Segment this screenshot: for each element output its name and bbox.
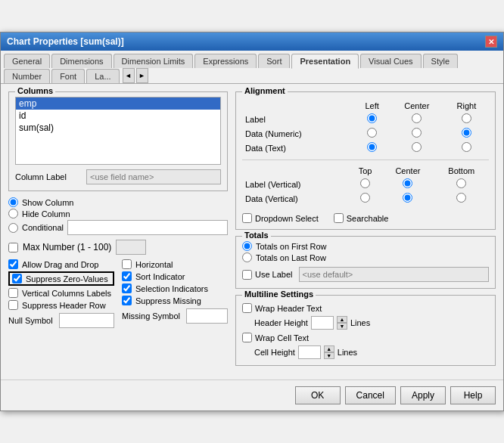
header-height-up[interactable]: ▲ xyxy=(337,316,347,323)
tab-sort[interactable]: Sort xyxy=(258,54,290,68)
use-label-checkbox[interactable] xyxy=(242,270,252,280)
header-height-input[interactable]: 2 xyxy=(311,316,334,330)
dropdown-select-label: Dropdown Select xyxy=(255,214,319,223)
header-height-spinner: ▲ ▼ xyxy=(337,316,347,330)
align-col-left: Left xyxy=(355,100,390,112)
conditional-label: Conditional xyxy=(22,223,64,232)
close-button[interactable]: ✕ xyxy=(485,36,497,48)
hide-column-label: Hide Column xyxy=(22,209,70,218)
show-column-row: Show Column xyxy=(8,197,228,207)
list-item-id[interactable]: id xyxy=(16,110,220,122)
left-panel: Columns emp id sum(sal) Column Label Sho… xyxy=(8,91,228,372)
null-symbol-row: Null Symbol - xyxy=(8,313,114,328)
missing-symbol-row: Missing Symbol - xyxy=(122,308,228,324)
align-data-text-center[interactable] xyxy=(390,141,444,155)
align-data-text-right[interactable] xyxy=(444,141,489,155)
hide-column-row: Hide Column xyxy=(8,209,228,218)
searchable-checkbox[interactable] xyxy=(334,213,344,223)
dropdown-select-checkbox[interactable] xyxy=(242,213,252,223)
tab-number[interactable]: Number xyxy=(4,69,50,83)
horizontal-row: Horizontal xyxy=(122,259,228,269)
align-vert-data-top[interactable] xyxy=(349,191,381,206)
hide-column-radio[interactable] xyxy=(8,209,18,218)
tab-scroll-left[interactable]: ◄ xyxy=(123,68,135,83)
ok-button[interactable]: OK xyxy=(295,386,341,404)
wrap-cell-checkbox[interactable] xyxy=(242,333,252,342)
left-options: Allow Drag and Drop Suppress Zero-Values… xyxy=(8,259,114,328)
selection-indicators-checkbox[interactable] xyxy=(122,283,132,293)
wrap-header-checkbox[interactable] xyxy=(242,303,252,313)
tab-dimensions[interactable]: Dimensions xyxy=(51,54,111,68)
cell-height-down[interactable]: ▼ xyxy=(324,352,334,359)
vertical-col-labels-checkbox[interactable] xyxy=(8,288,18,298)
null-symbol-input[interactable]: - xyxy=(59,313,114,328)
use-label-input[interactable] xyxy=(299,267,489,282)
cancel-button[interactable]: Cancel xyxy=(345,386,396,404)
align-data-text-left[interactable] xyxy=(355,141,390,155)
columns-listbox[interactable]: emp id sum(sal) xyxy=(15,97,221,165)
tab-presentation[interactable]: Presentation xyxy=(291,54,359,69)
wrap-cell-label: Wrap Cell Text xyxy=(255,333,309,342)
align-vert-data-bottom[interactable] xyxy=(434,191,489,206)
align-vert-label-bottom[interactable] xyxy=(434,177,489,191)
align-vert-data-text: Data (Vertical) xyxy=(242,191,349,206)
align-data-numeric-left[interactable] xyxy=(355,126,390,141)
wrap-header-row: Wrap Header Text xyxy=(242,303,489,313)
allow-drag-checkbox[interactable] xyxy=(8,259,18,269)
conditional-radio[interactable] xyxy=(8,223,18,233)
list-item-emp[interactable]: emp xyxy=(16,98,220,110)
max-number-row: Max Number (1 - 100) 10 xyxy=(8,240,228,255)
totals-last-radio[interactable] xyxy=(242,252,252,262)
list-item-sumsal[interactable]: sum(sal) xyxy=(16,122,220,134)
align-label-left[interactable] xyxy=(355,112,390,126)
totals-first-radio[interactable] xyxy=(242,241,252,251)
tab-content: Columns emp id sum(sal) Column Label Sho… xyxy=(1,84,503,379)
align-vert-label-top[interactable] xyxy=(349,177,381,191)
right-panel: Alignment Left Center Right Label xyxy=(235,91,496,372)
suppress-missing-checkbox[interactable] xyxy=(122,296,132,305)
horizontal-checkbox[interactable] xyxy=(122,259,132,269)
tab-expressions[interactable]: Expressions xyxy=(194,54,257,68)
max-number-input[interactable]: 10 xyxy=(116,240,146,255)
suppress-zero-checkbox[interactable] xyxy=(12,274,22,283)
columns-group: Columns emp id sum(sal) Column Label xyxy=(8,91,228,191)
help-button[interactable]: Help xyxy=(450,386,496,404)
header-height-label: Header Height xyxy=(254,318,308,327)
apply-button[interactable]: Apply xyxy=(400,386,446,404)
tab-style[interactable]: Style xyxy=(423,54,458,68)
align-vert-data-center[interactable] xyxy=(381,191,434,206)
align-label-center[interactable] xyxy=(390,112,444,126)
align-label-right[interactable] xyxy=(444,112,489,126)
align-row-label: Label xyxy=(242,112,489,126)
align-data-numeric-center[interactable] xyxy=(390,126,444,141)
conditional-input[interactable] xyxy=(67,220,228,235)
totals-last-label: Totals on Last Row xyxy=(256,253,326,262)
suppress-header-checkbox[interactable] xyxy=(8,300,18,310)
column-label-input[interactable] xyxy=(86,169,221,184)
max-number-checkbox[interactable] xyxy=(8,243,18,252)
searchable-label: Searchable xyxy=(347,214,389,223)
visibility-radio-group: Show Column Hide Column Conditional xyxy=(8,197,228,235)
sort-indicator-label: Sort Indicator xyxy=(135,272,185,281)
align-data-numeric-right[interactable] xyxy=(444,126,489,141)
align-vert-label-center[interactable] xyxy=(381,177,434,191)
tab-visual-cues[interactable]: Visual Cues xyxy=(360,54,422,68)
multiline-group: Multiline Settings Wrap Header Text Head… xyxy=(235,295,496,366)
cell-lines-label: Lines xyxy=(338,348,357,357)
tab-layout[interactable]: La... xyxy=(86,69,119,83)
header-height-down[interactable]: ▼ xyxy=(337,323,347,330)
tab-font[interactable]: Font xyxy=(51,69,85,83)
tab-scroll-right[interactable]: ► xyxy=(136,68,148,83)
missing-symbol-input[interactable]: - xyxy=(186,308,228,324)
selection-indicators-row: Selection Indicators xyxy=(122,283,228,293)
cell-height-input[interactable]: 2 xyxy=(298,345,321,359)
tab-dimension-limits[interactable]: Dimension Limits xyxy=(114,54,194,68)
footer: OK Cancel Apply Help xyxy=(1,379,503,410)
use-label-row: Use Label xyxy=(242,267,489,282)
main-window: Chart Properties [sum(sal)] ✕ General Di… xyxy=(0,32,504,411)
align-vert-label-row: Label (Vertical) xyxy=(242,177,489,191)
tab-general[interactable]: General xyxy=(4,54,50,68)
show-column-radio[interactable] xyxy=(8,197,18,207)
cell-height-up[interactable]: ▲ xyxy=(324,345,334,352)
sort-indicator-checkbox[interactable] xyxy=(122,271,132,281)
